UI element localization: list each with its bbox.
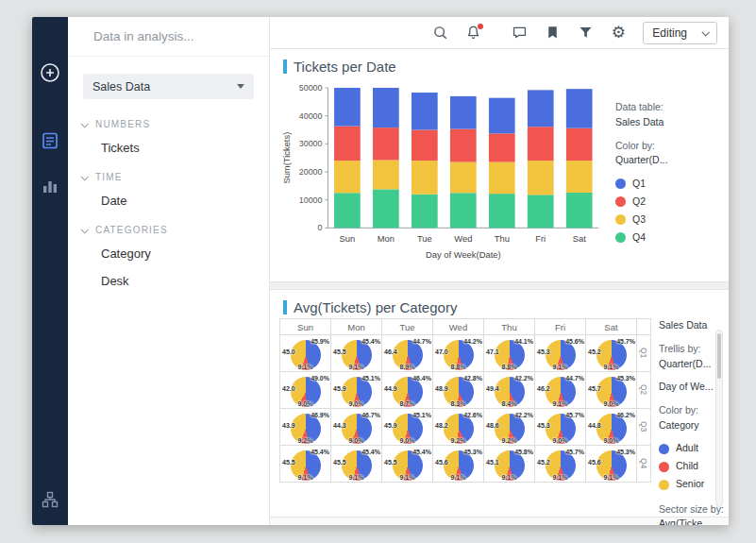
pie-slice-label: 46.4 [384, 348, 397, 355]
visualization-types-button[interactable] [38, 174, 62, 198]
pie-slice-label: 49.0% [311, 375, 329, 382]
bar-segment-Q1-Sat[interactable] [566, 89, 593, 128]
bar-segment-Q2-Sun[interactable] [334, 127, 361, 161]
add-button[interactable] [38, 60, 62, 85]
plus-circle-icon [39, 61, 61, 84]
field-item-desk[interactable]: Desk [68, 267, 269, 295]
legend-entry-q1[interactable]: Q1 [615, 175, 719, 193]
bar-segment-Q1-Thu[interactable] [489, 98, 515, 134]
trellis-column-header: Sat [586, 319, 637, 335]
pie-slice-label: 9.0% [349, 400, 364, 407]
chevron-down-icon [80, 120, 88, 127]
search-button[interactable] [431, 25, 448, 42]
settings-button[interactable]: ⚙ [610, 25, 627, 42]
data-search-row [68, 17, 269, 57]
pie-slice-label: 9.2% [451, 437, 466, 444]
section-header-time[interactable]: TIME [68, 161, 269, 187]
pie-slice-label: 45.1% [412, 412, 431, 418]
data-table-selector[interactable]: Sales Data [83, 74, 254, 99]
pie-slice-label: 42.0 [282, 385, 295, 392]
bar-segment-Q4-Sun[interactable] [334, 193, 361, 228]
bookmarks-button[interactable] [544, 25, 561, 42]
pie-slice-label: 45.8% [514, 449, 533, 455]
section-header-categories[interactable]: CATEGORIES [68, 214, 269, 240]
bar-segment-Q2-Sat[interactable] [566, 128, 593, 161]
legend-entry-q2[interactable]: Q2 [615, 193, 719, 211]
bar-segment-Q1-Wed[interactable] [450, 96, 477, 129]
pie-trellis: SunMonTueWedThuFriSat45.045.9%9.1%45.545… [279, 318, 651, 525]
section-header-numbers[interactable]: NUMBERS [68, 109, 269, 134]
bar-segment-Q2-Mon[interactable] [373, 127, 399, 160]
pie-slice-label: 8.9% [400, 364, 415, 370]
section-label: TIME [95, 172, 123, 182]
bar-segment-Q1-Sun[interactable] [334, 88, 361, 127]
y-axis-tick-label: 40000 [299, 111, 323, 121]
field-item-category[interactable]: Category [68, 240, 269, 267]
viz1-title: Tickets per Date [294, 59, 396, 75]
bar-segment-Q4-Mon[interactable] [373, 189, 399, 228]
bar-segment-Q3-Wed[interactable] [450, 162, 477, 194]
bar-segment-Q3-Sun[interactable] [334, 161, 361, 193]
pie-slice-label: 45.3% [616, 375, 635, 382]
pie-slice-label: 9.2% [298, 437, 313, 444]
bar-segment-Q2-Wed[interactable] [450, 129, 477, 162]
pie-slice-label: 45.6% [565, 338, 584, 345]
bar-segment-Q3-Fri[interactable] [528, 161, 554, 195]
stacked-bar-chart[interactable]: 01000020000300004000050000SunMonTueWedTh… [279, 77, 615, 264]
x-axis-tick-label: Thu [495, 233, 510, 244]
bar-segment-Q1-Tue[interactable] [412, 93, 438, 129]
legend-entry-q4[interactable]: Q4 [615, 229, 719, 246]
trellis-column-header: Mon [331, 319, 382, 335]
filters-button[interactable] [577, 25, 594, 42]
pie-slice-label: 9.0% [400, 437, 415, 444]
pie-slice-label: 45.2 [537, 459, 550, 466]
bar-segment-Q4-Sat[interactable] [566, 193, 593, 228]
legend-entry-label: Q2 [632, 195, 646, 210]
bar-segment-Q2-Fri[interactable] [528, 127, 554, 161]
pie-slice-label: 46.4% [412, 375, 431, 382]
trellis-row-label-cell: Q3 [637, 409, 651, 446]
trellis-cell: 45.345.7%9.0% [535, 409, 586, 446]
bar-segment-Q3-Sat[interactable] [566, 161, 593, 193]
field-item-tickets[interactable]: Tickets [68, 134, 269, 161]
bar-segment-Q4-Thu[interactable] [489, 194, 515, 228]
bar-segment-Q3-Tue[interactable] [412, 161, 438, 195]
bar-segment-Q3-Thu[interactable] [489, 162, 515, 195]
pie-slice-label: 44.7% [412, 338, 431, 345]
x-axis-tick-label: Fri [535, 233, 546, 244]
bar-segment-Q4-Wed[interactable] [450, 193, 477, 228]
data-in-analysis-button[interactable] [38, 128, 62, 153]
scrollbar-thumb[interactable] [717, 333, 721, 379]
legend-entry-label: Q1 [632, 177, 646, 192]
legend-color-by-label: Color by: [615, 139, 719, 154]
notifications-button[interactable] [464, 25, 481, 42]
pie-slice-label: 44.8 [588, 422, 601, 429]
field-item-date[interactable]: Date [68, 187, 269, 214]
document-structure-button[interactable] [38, 487, 62, 512]
editing-mode-dropdown[interactable]: Editing [643, 22, 717, 44]
bar-segment-Q4-Fri[interactable] [528, 195, 554, 228]
bar-segment-Q2-Tue[interactable] [412, 129, 438, 161]
comments-button[interactable] [511, 25, 528, 42]
bar-segment-Q1-Mon[interactable] [373, 88, 399, 127]
title-accent-bar [283, 59, 287, 74]
legend-entry-q3[interactable]: Q3 [615, 211, 719, 229]
bar-segment-Q2-Thu[interactable] [489, 133, 515, 161]
viz-avg-tickets-per-category: Avg(Tickets) per Category SunMonTueWedTh… [270, 290, 729, 517]
trellis-row-label: Q2 [639, 384, 648, 395]
data-search-input[interactable] [93, 29, 260, 43]
y-axis-title: Sum(Tickets) [281, 132, 292, 184]
pie-slice-label: 45.1 [486, 459, 499, 466]
legend-color-dot [615, 232, 626, 243]
trellis-table: SunMonTueWedThuFriSat45.045.9%9.1%45.545… [279, 318, 651, 483]
data-panel-icon [41, 131, 59, 150]
pie-slice-label: 44.9 [384, 385, 397, 392]
legend-vertical-scrollbar[interactable] [715, 330, 723, 507]
bar-segment-Q1-Fri[interactable] [528, 90, 554, 127]
pie-slice-label: 45.7% [565, 412, 584, 418]
app-window: Sales Data NUMBERS Tickets TIME Date CAT… [32, 17, 729, 525]
bar-segment-Q4-Tue[interactable] [412, 195, 438, 229]
pie-slice-label: 9.1% [349, 474, 364, 481]
bar-segment-Q3-Mon[interactable] [373, 161, 399, 190]
pie-slice-label: 8.8% [451, 364, 466, 370]
